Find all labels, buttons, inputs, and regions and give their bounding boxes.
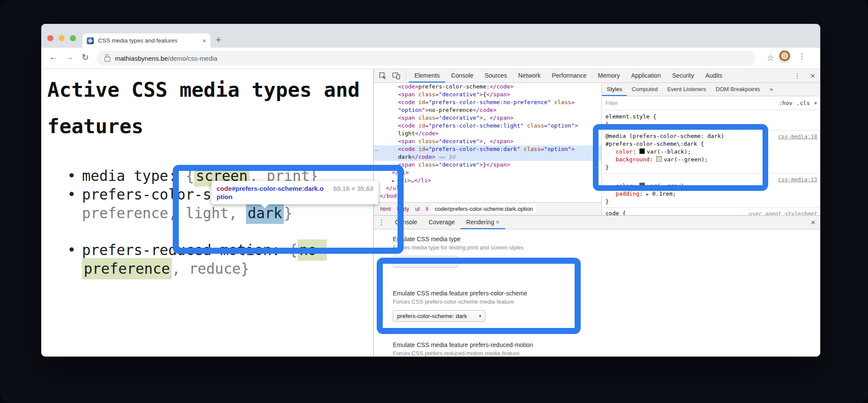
tab-elements[interactable]: Elements <box>409 69 445 82</box>
tree-line[interactable]: "option">no-preference</code> <box>374 106 602 114</box>
devtools-tabs: ElementsConsoleSourcesNetworkPerformance… <box>409 69 728 82</box>
devtools-close-icon[interactable]: × <box>805 71 820 81</box>
element-style-open[interactable]: element.style { <box>602 113 820 121</box>
browser-tab[interactable]: CSS media types and features × <box>82 33 210 48</box>
breadcrumb-item-ul[interactable]: ul <box>412 206 423 212</box>
code-token: </li> <box>392 169 409 176</box>
tab-computed[interactable]: Computed <box>627 83 662 96</box>
dom-tree[interactable]: <code>prefers-color-scheme:</code><span … <box>374 83 602 202</box>
drawer-close-icon[interactable]: × <box>806 218 820 227</box>
code-token: </code> <box>411 154 435 160</box>
tab-close-icon[interactable]: × <box>494 219 500 226</box>
tree-line[interactable]: ▶ <li>…</li> <box>374 177 602 184</box>
breadcrumb-item-code[interactable]: code#prefers-color-scheme:dark.option <box>431 204 536 213</box>
tab-console[interactable]: Console <box>445 69 479 82</box>
code-token: "option" <box>398 107 425 113</box>
tab-security[interactable]: Security <box>667 69 700 82</box>
tooltip-selector: code#prefers-color-scheme:dark.option <box>217 184 327 201</box>
code-token: = <box>435 161 439 168</box>
tab-styles[interactable]: Styles <box>602 83 627 96</box>
tab-memory[interactable]: Memory <box>592 69 626 82</box>
traffic-light-minimize[interactable] <box>59 35 65 41</box>
tree-line[interactable]: <code id="prefers-color-scheme:no-prefer… <box>374 98 602 106</box>
code-token: = <box>435 138 439 144</box>
code-token: </body> <box>380 193 404 199</box>
chevron-down-icon: ▾ <box>479 313 481 319</box>
tree-line[interactable]: …<code id="prefers-color-scheme:dark" cl… <box>374 145 602 153</box>
style-rule-option: css-media:13 color: var(--gray); padding… <box>602 175 820 206</box>
code-token: > <box>480 161 483 168</box>
devtools-panel: ElementsConsoleSourcesNetworkPerformance… <box>373 69 820 357</box>
tree-line[interactable]: light</code> <box>374 130 602 138</box>
traffic-light-zoom[interactable] <box>70 35 76 41</box>
section-title: Emulate CSS media feature prefers-color-… <box>393 290 820 297</box>
browser-tabstrip: CSS media types and features × + <box>41 24 820 48</box>
new-style-rule-icon[interactable]: + <box>814 100 817 106</box>
toggle-cls[interactable]: .cls <box>796 100 810 106</box>
css-property-overridden[interactable]: color: var(--gray); <box>602 182 820 190</box>
tree-line[interactable]: <code id="prefers-color-scheme:light" cl… <box>374 122 602 130</box>
code-token: <code <box>398 99 418 105</box>
tree-line[interactable]: <span class="decorative">, </span> <box>374 138 602 145</box>
tree-line[interactable]: <code>prefers-color-scheme:</code> <box>374 83 602 91</box>
color-swatch[interactable] <box>639 183 645 188</box>
breadcrumb-item-body[interactable]: body <box>394 206 412 212</box>
expand-arrow-icon[interactable]: ▶ <box>646 192 649 197</box>
tree-line[interactable]: </ul> <box>374 184 602 192</box>
tree-line[interactable]: <span class="decorative">}</span> <box>374 161 602 169</box>
page-title: Active CSS media types and features <box>47 72 373 144</box>
tab-performance[interactable]: Performance <box>546 69 592 82</box>
tab-dom-breakpoints[interactable]: DOM Breakpoints <box>711 83 765 96</box>
forward-icon[interactable]: → <box>65 52 74 62</box>
code-token: <code <box>398 122 418 129</box>
lock-icon <box>105 57 110 62</box>
source-link[interactable]: css-media:18 <box>778 133 817 140</box>
new-tab-icon[interactable]: + <box>216 34 221 46</box>
tab-close-icon[interactable]: × <box>202 37 206 44</box>
code-token: == $0 <box>435 154 456 160</box>
tooltip-caret <box>260 204 269 208</box>
tab-rendering[interactable]: Rendering × <box>460 216 505 229</box>
profile-avatar[interactable] <box>778 50 791 63</box>
emulation-select[interactable]: prefers-color-scheme: dark▾ <box>393 310 485 322</box>
code-token: "option" <box>547 122 575 129</box>
back-icon[interactable]: ← <box>49 52 58 62</box>
inspect-icon[interactable] <box>378 72 387 80</box>
color-swatch[interactable] <box>656 156 662 162</box>
tab-audits[interactable]: Audits <box>700 69 728 82</box>
address-bar[interactable]: mathiasbynens.be/demo/css-media <box>97 51 756 66</box>
tab-console[interactable]: Console <box>389 216 423 229</box>
tab-sources[interactable]: Sources <box>479 69 513 82</box>
tab-network[interactable]: Network <box>513 69 546 82</box>
source-link[interactable]: css-media:13 <box>778 176 817 183</box>
tree-line[interactable]: dark</code> == $0 <box>374 153 602 161</box>
tree-line[interactable]: </body> <box>374 192 602 200</box>
section-title: Emulate CSS media feature prefers-reduce… <box>393 341 820 348</box>
color-swatch[interactable] <box>639 148 645 154</box>
css-property[interactable]: background: var(--green); <box>602 156 820 164</box>
traffic-light-close[interactable] <box>47 35 53 41</box>
css-property[interactable]: color: var(--black); <box>602 148 820 156</box>
tab-coverage[interactable]: Coverage <box>423 216 460 229</box>
tree-line[interactable]: </li> <box>374 169 602 177</box>
tab-application[interactable]: Application <box>625 69 667 82</box>
device-toolbar-icon[interactable] <box>392 72 401 80</box>
tree-line[interactable]: <span class="decorative">, </span> <box>374 114 602 122</box>
reload-icon[interactable]: ↻ <box>82 52 89 62</box>
breadcrumb-item-li[interactable]: li <box>423 206 431 212</box>
filter-input[interactable]: Filter <box>605 100 775 106</box>
bookmark-star-icon[interactable]: ☆ <box>767 53 774 63</box>
toggle-hov[interactable]: :hov <box>779 100 792 106</box>
tree-line[interactable]: <span class="decorative">{</span> <box>374 91 602 98</box>
tab-event-listeners[interactable]: Event Listeners <box>662 83 711 96</box>
list-text: , <box>168 205 186 222</box>
drawer-menu-icon[interactable]: ⋮ <box>374 218 389 226</box>
browser-menu-icon[interactable]: ⋮ <box>798 52 806 61</box>
code-token: </span> <box>490 115 513 121</box>
breadcrumb-item-html[interactable]: html <box>377 206 394 212</box>
tab-[interactable]: » <box>765 83 778 96</box>
emulation-select[interactable]: No emulation▾ <box>393 256 458 268</box>
devtools-menu-icon[interactable]: ⋮ <box>789 72 805 80</box>
code-token: <span <box>398 115 418 121</box>
css-property[interactable]: padding: ▶ 0.1rem; <box>602 190 820 198</box>
